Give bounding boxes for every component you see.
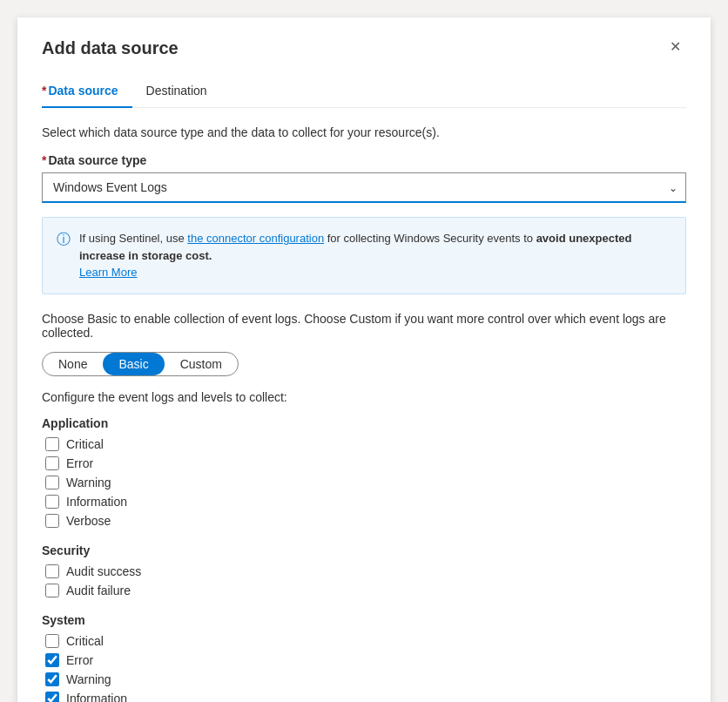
checkbox-critical[interactable] xyxy=(45,634,59,648)
checkbox-audit-failure[interactable] xyxy=(45,584,59,597)
section-description: Select which data source type and the da… xyxy=(42,125,686,139)
checkbox-row: Critical xyxy=(42,437,686,451)
config-label: Configure the event logs and levels to c… xyxy=(42,390,686,404)
checkbox-label-error[interactable]: Error xyxy=(66,456,93,470)
choose-description: Choose Basic to enable collection of eve… xyxy=(42,312,686,340)
checkbox-row: Warning xyxy=(42,672,686,686)
checkbox-label-audit-failure[interactable]: Audit failure xyxy=(66,584,131,597)
checkbox-row: Audit success xyxy=(42,564,686,578)
checkbox-error[interactable] xyxy=(45,456,59,470)
checkbox-error[interactable] xyxy=(45,653,59,667)
tab-required-dot: * xyxy=(42,84,46,98)
checkbox-row: Audit failure xyxy=(42,584,686,597)
close-button[interactable]: ✕ xyxy=(664,38,686,56)
checkbox-row: Information xyxy=(42,692,686,703)
checkbox-row: Verbose xyxy=(42,514,686,528)
dialog-title: Add data source xyxy=(42,38,179,58)
add-data-source-dialog: Add data source ✕ *Data sourceDestinatio… xyxy=(17,17,711,702)
checkbox-row: Warning xyxy=(42,476,686,489)
required-star: * xyxy=(42,153,46,167)
checkbox-label-warning[interactable]: Warning xyxy=(66,476,111,489)
checkbox-information[interactable] xyxy=(45,495,59,509)
section-security: SecurityAudit successAudit failure xyxy=(42,543,686,597)
checkbox-warning[interactable] xyxy=(45,672,59,686)
checkbox-critical[interactable] xyxy=(45,437,59,451)
checkbox-row: Error xyxy=(42,456,686,470)
checkbox-label-critical[interactable]: Critical xyxy=(66,634,104,648)
checkbox-label-verbose[interactable]: Verbose xyxy=(66,514,111,528)
info-banner-text: If using Sentinel, use the connector con… xyxy=(79,230,671,281)
checkbox-row: Critical xyxy=(42,634,686,648)
checkbox-label-warning[interactable]: Warning xyxy=(66,672,111,686)
checkbox-label-error[interactable]: Error xyxy=(66,653,93,667)
toggle-btn-custom[interactable]: Custom xyxy=(165,353,238,375)
section-title-application: Application xyxy=(42,416,686,430)
info-text-before: If using Sentinel, use xyxy=(79,232,187,245)
event-log-sections: ApplicationCriticalErrorWarningInformati… xyxy=(42,416,686,703)
checkbox-verbose[interactable] xyxy=(45,514,59,528)
checkbox-label-information[interactable]: Information xyxy=(66,692,127,703)
data-source-type-label: *Data source type xyxy=(42,153,686,167)
section-system: SystemCriticalErrorWarningInformationVer… xyxy=(42,613,686,703)
toggle-btn-basic[interactable]: Basic xyxy=(103,353,164,375)
info-banner: ⓘ If using Sentinel, use the connector c… xyxy=(42,217,686,294)
dialog-header: Add data source ✕ xyxy=(42,38,686,58)
data-source-type-select-wrapper: Windows Event LogsLinux SyslogPerformanc… xyxy=(42,172,686,203)
checkbox-audit-success[interactable] xyxy=(45,564,59,578)
toggle-btn-none[interactable]: None xyxy=(43,353,103,375)
info-text-after: for collecting Windows Security events t… xyxy=(324,232,536,245)
checkbox-label-audit-success[interactable]: Audit success xyxy=(66,564,141,578)
checkbox-row: Error xyxy=(42,653,686,667)
info-icon: ⓘ xyxy=(57,231,71,281)
tab-destination[interactable]: Destination xyxy=(146,77,221,108)
learn-more-link[interactable]: Learn More xyxy=(79,266,137,279)
section-application: ApplicationCriticalErrorWarningInformati… xyxy=(42,416,686,528)
checkbox-label-information[interactable]: Information xyxy=(66,495,127,509)
section-title-system: System xyxy=(42,613,686,627)
checkbox-information[interactable] xyxy=(45,692,59,703)
tab-data-source[interactable]: *Data source xyxy=(42,77,132,108)
collection-mode-toggle: NoneBasicCustom xyxy=(42,352,239,376)
checkbox-label-critical[interactable]: Critical xyxy=(66,437,104,451)
checkbox-warning[interactable] xyxy=(45,476,59,489)
section-title-security: Security xyxy=(42,543,686,557)
checkbox-row: Information xyxy=(42,495,686,509)
data-source-type-select[interactable]: Windows Event LogsLinux SyslogPerformanc… xyxy=(42,172,686,203)
connector-config-link[interactable]: the connector configuration xyxy=(187,232,324,245)
tab-bar: *Data sourceDestination xyxy=(42,76,686,108)
